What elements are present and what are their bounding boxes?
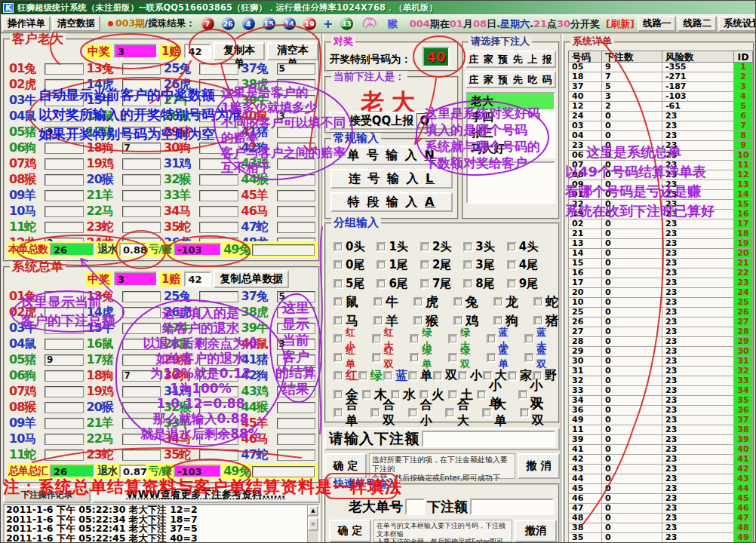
bet-amount-input[interactable] [277,354,316,366]
odds-field[interactable]: 42 [184,272,211,287]
bet-amount-input[interactable] [199,449,238,461]
bet-amount-input[interactable] [277,222,316,233]
line2-button[interactable]: 线路二 [678,16,717,32]
group-checkbox-3尾[interactable]: 3尾 [463,258,494,272]
copy-total-button[interactable]: 复制总单数据 [214,270,289,288]
group-checkbox-红双[interactable]: 红双 [372,344,403,371]
bet-amount-input[interactable] [122,63,161,75]
bet-amount-input[interactable] [199,174,238,186]
bet-amount-input[interactable] [45,190,84,201]
group-checkbox-1尾[interactable]: 1尾 [376,258,407,272]
group-checkbox-蓝双[interactable]: 蓝双 [524,344,555,371]
confirm-bet-button[interactable]: 确 定 [324,453,367,479]
bet-amount-input[interactable] [199,354,238,366]
bet-amount-input[interactable] [45,402,84,413]
bet-amount-input[interactable] [45,323,84,334]
banker-pre-report-button[interactable]: 庄 家 预 先 上 报 [466,51,556,68]
bet-amount-input[interactable] [277,127,316,138]
group-checkbox-蛇[interactable]: 蛇 [533,293,558,311]
line1-button[interactable]: 线路一 [638,16,677,32]
bet-amount-input[interactable] [199,370,238,382]
group-checkbox-绿双[interactable]: 绿双 [448,344,479,371]
bet-amount-input[interactable] [277,402,316,413]
regular-input-button[interactable]: 连 号 输 入 L [330,169,453,189]
group-checkbox-8尾[interactable]: 8尾 [463,277,494,291]
bet-amount-input[interactable] [199,206,238,217]
bet-amount-input[interactable] [277,323,316,334]
group-checkbox-绿[interactable]: 绿 [358,368,383,384]
bet-amount-input[interactable] [45,222,84,233]
bet-amount-input[interactable] [277,206,316,217]
quick-cancel-button[interactable]: 撤消 [515,520,557,542]
bet-amount-input[interactable] [122,95,161,106]
bet-amount-input[interactable] [277,370,316,382]
accept-qq-report-button[interactable]: 接受QQ上报Q [329,112,453,130]
bet-amount-input[interactable] [199,127,238,138]
group-checkbox-合单[interactable]: 合单 [333,397,369,429]
bet-amount-input[interactable]: 5 [277,63,316,75]
bet-amount-input[interactable] [199,158,238,170]
bet-amount-input[interactable]: 3 [277,111,316,122]
group-checkbox-鼠[interactable]: 鼠 [333,293,358,311]
win-amount-field[interactable]: 3 [114,272,158,287]
bet-amount-input[interactable] [199,190,238,201]
bet-amount-input[interactable] [45,63,84,75]
bet-amount-input[interactable] [122,323,161,334]
group-checkbox-4尾[interactable]: 4尾 [507,258,538,272]
bettor-list-item[interactable]: 李四 [468,109,554,125]
bet-amount-input[interactable] [122,354,161,366]
group-checkbox-4头[interactable]: 4头 [507,240,538,254]
bet-amount-input[interactable] [277,158,316,170]
group-checkbox-绿单[interactable]: 绿单 [410,344,441,371]
group-checkbox-蓝单[interactable]: 蓝单 [487,344,518,371]
bet-amount-input[interactable] [277,95,316,106]
operation-detail-button[interactable]: 操作详单 [2,16,51,32]
quick-confirm-button[interactable]: 确 定 [329,520,371,542]
group-checkbox-2头[interactable]: 2头 [420,240,451,254]
group-checkbox-5尾[interactable]: 5尾 [333,277,364,291]
bet-amount-input[interactable] [199,222,238,233]
group-checkbox-龙[interactable]: 龙 [493,293,518,311]
bet-amount-input[interactable] [122,79,161,90]
scroll-thumb[interactable]: ≡ [308,517,318,531]
bet-amount-input[interactable] [122,434,161,445]
bet-amount-input[interactable] [277,190,316,201]
bet-amount-input[interactable] [45,370,84,382]
rebate-field[interactable]: 0.87 [119,465,146,478]
bet-amount-input[interactable]: 9 [45,354,84,366]
bet-amount-input[interactable] [45,111,84,122]
copy-sheet-button[interactable]: 复制本单 [214,42,265,60]
bettor-list-item[interactable]: 老大 [468,94,554,109]
bet-amount-input[interactable] [277,307,316,318]
bet-amount-input[interactable] [199,418,238,429]
bet-amount-input[interactable] [277,386,316,397]
bet-amount-input[interactable] [199,63,238,75]
group-checkbox-红单[interactable]: 红单 [333,344,364,371]
cancel-bet-button[interactable]: 撤 消 [518,453,560,479]
group-checkbox-单[interactable]: 单 [408,368,432,384]
bet-amount-input[interactable] [122,111,161,122]
bet-amount-input[interactable] [122,307,161,318]
bet-amount-input[interactable] [199,291,238,302]
bet-amount-input[interactable] [122,418,161,429]
more-info-button[interactable]: WWW查看更多下注参考资料...... [92,486,320,503]
bet-amount-input[interactable] [277,143,316,154]
bet-amount-input[interactable] [122,190,161,201]
group-checkbox-兔[interactable]: 兔 [453,293,478,311]
bet-amount-input[interactable] [45,339,84,350]
quick-number-input[interactable] [405,499,425,515]
group-checkbox-合小[interactable]: 合小 [408,397,444,429]
bet-amount-input[interactable] [277,434,316,445]
bet-amount-input[interactable] [122,222,161,233]
bet-amount-input[interactable] [199,111,238,122]
bet-amount-input[interactable] [45,158,84,170]
bet-amount-input[interactable] [277,174,316,186]
bet-amount-input[interactable] [122,449,161,461]
bet-amount-input[interactable] [45,418,84,429]
bet-amount-input[interactable] [199,323,238,334]
bet-amount-input[interactable] [199,95,238,106]
scroll-up-icon[interactable]: ▲ [308,505,318,516]
bet-amount-input[interactable] [277,418,316,429]
log-scrollbar[interactable]: ▲ ≡ [307,505,318,542]
group-checkbox-大单[interactable]: 大单 [482,397,518,429]
